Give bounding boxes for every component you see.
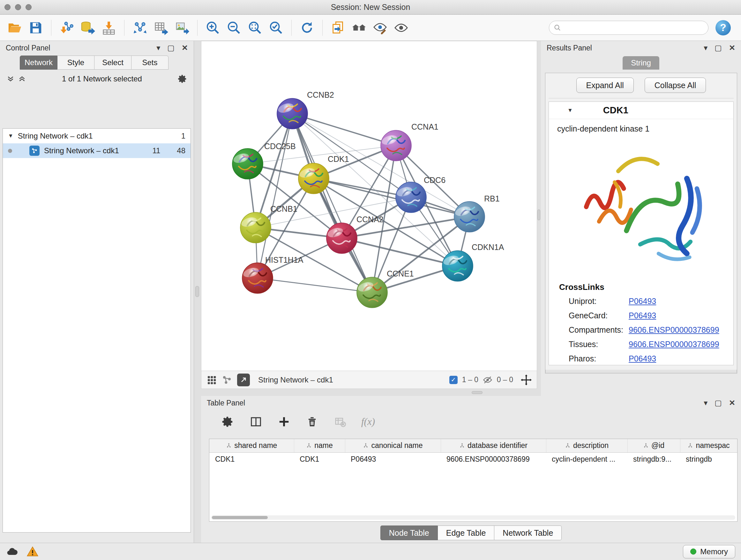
network-node-CCNB1[interactable] bbox=[240, 212, 271, 243]
save-session-button[interactable] bbox=[26, 18, 45, 38]
results-panel-close-icon[interactable]: ✕ bbox=[729, 44, 735, 52]
apply-layout-button[interactable] bbox=[297, 18, 317, 38]
control-panel-collapse-icon[interactable]: ▾ bbox=[156, 44, 160, 52]
memory-button[interactable]: Memory bbox=[683, 545, 735, 558]
network-view[interactable]: CCNB2CCNA1CDC25BCDK1CDC6RB1CCNB1CCNA2CDK… bbox=[201, 41, 537, 371]
network-edge-CCNE1-HIST1H1A[interactable] bbox=[258, 278, 372, 293]
table-cell[interactable]: CDK1 bbox=[209, 452, 294, 466]
duplicate-network-button[interactable] bbox=[328, 18, 347, 38]
table-panel-float-icon[interactable]: ▢ bbox=[715, 399, 722, 407]
column-header-canonical-name[interactable]: canonical name bbox=[345, 439, 441, 452]
zoom-out-button[interactable] bbox=[224, 18, 244, 38]
gear-icon[interactable] bbox=[178, 74, 187, 84]
network-collection-row[interactable]: ▼ String Network – cdk1 1 bbox=[3, 129, 191, 143]
network-node-CCNA2[interactable] bbox=[327, 223, 357, 253]
network-edge-CCNA2-CDKN1A[interactable] bbox=[342, 238, 458, 266]
tab-sets[interactable]: Sets bbox=[131, 56, 169, 70]
table-hscroll-thumb[interactable] bbox=[212, 516, 268, 519]
zoom-fit-button[interactable] bbox=[246, 18, 265, 38]
network-edge-CCNB2-CCNA1[interactable] bbox=[292, 114, 396, 145]
tab-node-table[interactable]: Node Table bbox=[381, 525, 438, 540]
tab-network-table[interactable]: Network Table bbox=[494, 525, 562, 540]
import-network-from-file-button[interactable] bbox=[57, 18, 76, 38]
bottom-splitter-handle[interactable] bbox=[472, 391, 482, 394]
graphics-details-button[interactable] bbox=[370, 18, 390, 38]
table-panel-close-icon[interactable]: ✕ bbox=[729, 399, 735, 407]
delete-table-icon[interactable] bbox=[333, 415, 347, 429]
column-header-database-identifier[interactable]: database identifier bbox=[441, 439, 546, 452]
grid-view-icon[interactable] bbox=[206, 375, 217, 385]
tab-network[interactable]: Network bbox=[20, 56, 57, 70]
open-in-new-icon[interactable] bbox=[237, 374, 250, 386]
pan-tool-icon[interactable] bbox=[521, 374, 532, 385]
network-node-CDK1[interactable] bbox=[298, 163, 329, 194]
search-input[interactable] bbox=[564, 23, 704, 32]
table-cell[interactable]: cyclin-dependent ... bbox=[546, 452, 627, 466]
column-header-description[interactable]: description bbox=[546, 439, 627, 452]
tab-select[interactable]: Select bbox=[94, 56, 131, 70]
new-network-button[interactable] bbox=[130, 18, 149, 38]
expand-all-icon[interactable] bbox=[18, 75, 26, 83]
network-overview-icon[interactable] bbox=[222, 375, 232, 385]
export-table-button[interactable] bbox=[151, 18, 171, 38]
results-hscrollbar[interactable] bbox=[545, 370, 737, 373]
tab-edge-table[interactable]: Edge Table bbox=[438, 525, 495, 540]
results-panel-float-icon[interactable]: ▢ bbox=[715, 44, 722, 52]
birds-eye-view-button[interactable] bbox=[392, 18, 411, 38]
results-panel-collapse-icon[interactable]: ▾ bbox=[704, 44, 708, 52]
network-node-HIST1H1A[interactable] bbox=[242, 263, 273, 294]
delete-column-icon[interactable] bbox=[305, 415, 319, 429]
tab-style[interactable]: Style bbox=[57, 56, 94, 70]
network-row[interactable]: String Network – cdk1 11 48 bbox=[3, 143, 191, 158]
help-button[interactable]: ? bbox=[716, 20, 731, 36]
collapse-all-button[interactable]: Collapse All bbox=[645, 78, 706, 93]
hidden-eye-icon[interactable] bbox=[483, 375, 492, 385]
network-edge-CDK1-RB1[interactable] bbox=[314, 179, 469, 217]
cloud-icon[interactable] bbox=[6, 545, 18, 558]
network-graph[interactable]: CCNB2CCNA1CDC25BCDK1CDC6RB1CCNB1CCNA2CDK… bbox=[201, 41, 537, 371]
import-network-from-database-button[interactable] bbox=[78, 18, 97, 38]
crosslink-link[interactable]: P06493 bbox=[629, 311, 656, 320]
show-hide-panels-button[interactable] bbox=[349, 18, 368, 38]
selected-checkbox-icon[interactable]: ✓ bbox=[449, 376, 458, 384]
table-cell[interactable]: stringdb:9... bbox=[627, 452, 680, 466]
export-image-button[interactable] bbox=[172, 18, 192, 38]
network-edge-CCNB2-CCNE1[interactable] bbox=[292, 114, 372, 293]
column-header-shared-name[interactable]: shared name bbox=[209, 439, 294, 452]
zoom-in-button[interactable] bbox=[203, 18, 222, 38]
zoom-selected-button[interactable] bbox=[266, 18, 286, 38]
left-splitter-handle[interactable] bbox=[195, 286, 199, 297]
network-node-CDC6[interactable] bbox=[396, 182, 426, 212]
control-panel-float-icon[interactable]: ▢ bbox=[167, 44, 175, 52]
network-node-RB1[interactable] bbox=[454, 201, 485, 232]
open-session-button[interactable] bbox=[5, 18, 24, 38]
table-settings-gear-icon[interactable] bbox=[221, 415, 235, 429]
function-builder-icon[interactable]: f(x) bbox=[361, 416, 375, 428]
table-cell[interactable]: stringdb bbox=[680, 452, 737, 466]
table-cell[interactable]: P06493 bbox=[345, 452, 441, 466]
right-splitter-handle[interactable] bbox=[537, 209, 540, 220]
table-cell[interactable]: CDK1 bbox=[294, 452, 345, 466]
column-header--id[interactable]: @id bbox=[627, 439, 680, 452]
network-edge-CCNB2-HIST1H1A[interactable] bbox=[258, 114, 292, 278]
crosslink-link[interactable]: 9606.ENSP00000378699 bbox=[629, 325, 719, 334]
crosslink-link[interactable]: P06493 bbox=[629, 297, 656, 306]
table-panel-collapse-icon[interactable]: ▾ bbox=[704, 399, 708, 407]
expand-all-button[interactable]: Expand All bbox=[576, 78, 634, 93]
search-box[interactable] bbox=[549, 21, 709, 35]
network-node-CCNB2[interactable] bbox=[277, 98, 308, 129]
table-cell[interactable]: 9606.ENSP00000378699 bbox=[441, 452, 546, 466]
network-node-CCNE1[interactable] bbox=[357, 277, 387, 308]
network-node-CDC25B[interactable] bbox=[232, 148, 263, 179]
table-row[interactable]: CDK1CDK1P064939606.ENSP00000378699cyclin… bbox=[209, 452, 737, 466]
warning-icon[interactable] bbox=[26, 545, 39, 558]
network-node-CDKN1A[interactable] bbox=[442, 251, 473, 281]
collapse-all-icon[interactable] bbox=[6, 75, 15, 83]
control-panel-close-icon[interactable]: ✕ bbox=[182, 44, 188, 52]
column-header-namespac[interactable]: namespac bbox=[680, 439, 737, 452]
gene-disclosure-icon[interactable]: ▼ bbox=[567, 107, 573, 114]
crosslink-link[interactable]: P06493 bbox=[629, 354, 656, 363]
tab-string[interactable]: String bbox=[623, 56, 659, 70]
collection-disclosure-icon[interactable]: ▼ bbox=[8, 133, 13, 139]
crosslink-link[interactable]: 9606.ENSP00000378699 bbox=[629, 340, 719, 349]
